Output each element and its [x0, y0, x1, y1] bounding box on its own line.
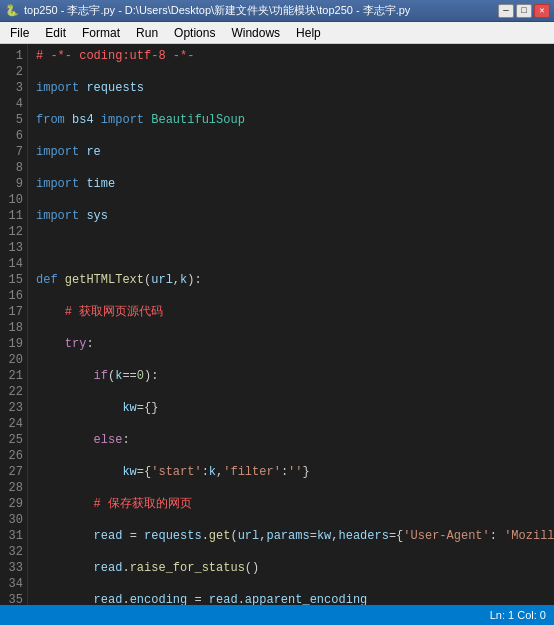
statusbar: Ln: 1 Col: 0	[0, 605, 554, 625]
menu-edit[interactable]: Edit	[37, 23, 74, 43]
menu-run[interactable]: Run	[128, 23, 166, 43]
menu-windows[interactable]: Windows	[223, 23, 288, 43]
code-editor[interactable]: 1234567891011121314151617181920212223242…	[0, 44, 554, 605]
minimize-button[interactable]: —	[498, 4, 514, 18]
menu-format[interactable]: Format	[74, 23, 128, 43]
menu-options[interactable]: Options	[166, 23, 223, 43]
cursor-position: Ln: 1 Col: 0	[490, 609, 546, 621]
line-numbers: 1234567891011121314151617181920212223242…	[0, 44, 28, 605]
titlebar: 🐍 top250 - 李志宇.py - D:\Users\Desktop\新建文…	[0, 0, 554, 22]
menu-file[interactable]: File	[2, 23, 37, 43]
menubar: File Edit Format Run Options Windows Hel…	[0, 22, 554, 44]
app-icon: 🐍	[4, 3, 20, 19]
titlebar-title: top250 - 李志宇.py - D:\Users\Desktop\新建文件夹…	[24, 3, 410, 18]
code-container: 1234567891011121314151617181920212223242…	[0, 44, 554, 605]
titlebar-buttons: — □ ✕	[498, 4, 550, 18]
titlebar-left: 🐍 top250 - 李志宇.py - D:\Users\Desktop\新建文…	[4, 3, 410, 19]
maximize-button[interactable]: □	[516, 4, 532, 18]
close-button[interactable]: ✕	[534, 4, 550, 18]
code-content[interactable]: # -*- coding:utf-8 -*- import requests f…	[28, 44, 554, 605]
menu-help[interactable]: Help	[288, 23, 329, 43]
